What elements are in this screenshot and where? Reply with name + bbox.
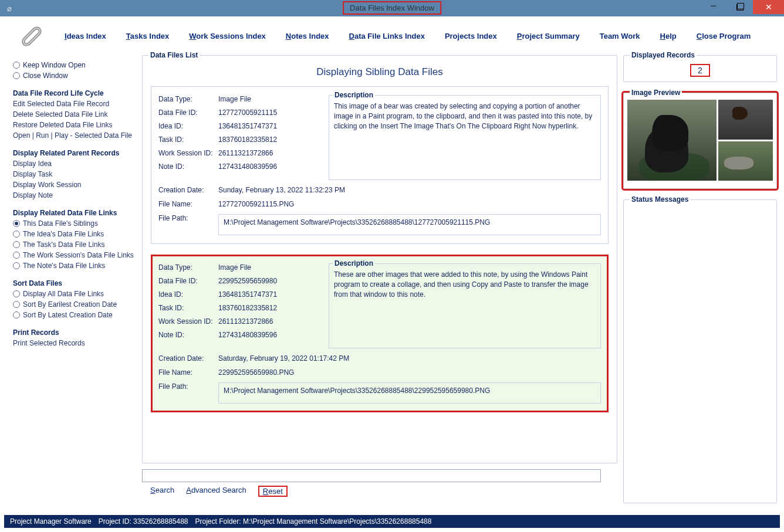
description-legend: Description xyxy=(333,259,375,267)
radio-label: The Idea's Data File Links xyxy=(23,230,104,238)
value-file-path: M:\Project Management Software\Projects\… xyxy=(218,382,601,404)
value-file-path: M:\Project Management Software\Projects\… xyxy=(218,214,601,235)
search-area: Search Advanced Search Reset xyxy=(142,469,617,497)
label-creation-date: Creation Date: xyxy=(158,186,218,194)
value-data-type: Image File xyxy=(218,263,251,272)
radio-label: The Work Session's Data File Links xyxy=(23,251,134,259)
link-display-note[interactable]: Display Note xyxy=(13,191,136,199)
radio-display-all[interactable]: Display All Data File Links xyxy=(13,290,136,298)
value-ws-id: 26111321372866 xyxy=(218,317,273,326)
reset-link[interactable]: Reset xyxy=(258,486,288,497)
radio-icon xyxy=(13,252,20,259)
menu-help[interactable]: Help xyxy=(660,32,677,40)
radio-icon xyxy=(13,220,20,227)
titlebar: ⌀ Data Files Index Window xyxy=(0,0,784,16)
menu-team-work[interactable]: Team Work xyxy=(600,32,640,40)
label-data-type: Data Type: xyxy=(158,95,218,103)
radio-worksession-links[interactable]: The Work Session's Data File Links xyxy=(13,251,136,259)
section-lifecycle-head: Data File Record Life Cycle xyxy=(13,89,136,97)
menu-data-file-links-index[interactable]: Data File Links Index xyxy=(349,32,425,40)
close-button[interactable] xyxy=(753,0,784,14)
radio-task-links[interactable]: The Task's Data File Links xyxy=(13,240,136,249)
menu-projects-index[interactable]: Projects Index xyxy=(445,32,497,40)
preview-image-thumb xyxy=(718,100,773,140)
preview-image-thumb xyxy=(718,141,773,181)
value-task-id: 183760182335812 xyxy=(218,304,277,312)
radio-label: Keep Window Open xyxy=(23,61,86,69)
radio-note-links[interactable]: The Note's Data File Links xyxy=(13,262,136,270)
radio-sort-earliest[interactable]: Sort By Earilest Creation Date xyxy=(13,300,136,309)
link-restore-deleted[interactable]: Restore Deleted Data File Links xyxy=(13,121,136,129)
menu-tasks-index[interactable]: Tasks Index xyxy=(126,32,169,40)
link-display-idea[interactable]: Display Idea xyxy=(13,160,136,168)
label-data-file-id: Data File ID: xyxy=(158,109,218,117)
radio-icon xyxy=(13,311,20,318)
search-input[interactable] xyxy=(142,469,601,482)
radio-icon xyxy=(13,241,20,248)
radio-keep-window-open[interactable]: Keep Window Open xyxy=(13,61,136,69)
status-messages-group: Status Messages xyxy=(623,199,777,503)
label-ws-id: Work Session ID: xyxy=(158,149,218,157)
displayed-records-group: Displayed Records 2 xyxy=(623,55,777,82)
data-files-list-group: Data Files List Displaying Sibling Data … xyxy=(142,55,617,463)
radio-icon xyxy=(13,290,20,297)
menu-work-sessions-index[interactable]: Work Sessions Index xyxy=(189,32,266,40)
minimize-button[interactable] xyxy=(700,0,726,14)
footer-app: Project Manager Software xyxy=(10,517,92,526)
maximize-button[interactable] xyxy=(726,0,753,14)
label-task-id: Task ID: xyxy=(158,135,218,144)
radio-idea-links[interactable]: The Idea's Data File Links xyxy=(13,230,136,238)
left-panel: Keep Window Open Close Window Data File … xyxy=(7,55,136,509)
group-legend: Displayed Records xyxy=(630,51,697,59)
radio-label: Sort By Earilest Creation Date xyxy=(23,300,117,309)
menu-ideas-index[interactable]: Ideas Index xyxy=(65,32,106,40)
window-title: Data Files Index Window xyxy=(343,1,441,15)
label-idea-id: Idea ID: xyxy=(158,122,218,130)
radio-icon xyxy=(13,62,20,69)
description-box: Description This image of a bear was cre… xyxy=(329,95,601,180)
value-note-id: 127431480839596 xyxy=(218,162,277,171)
radio-label: Close Window xyxy=(23,72,68,80)
radio-close-window[interactable]: Close Window xyxy=(13,72,136,80)
status-bar: Project Manager Software Project ID: 335… xyxy=(4,515,780,528)
radio-icon xyxy=(13,262,20,269)
value-creation-date: Saturday, February 19, 2022 01:17:42 PM xyxy=(218,354,349,362)
label-file-name: File Name: xyxy=(158,200,218,208)
record-card-selected[interactable]: Data Type:Image File Data File ID:229952… xyxy=(151,255,609,412)
menu-close-program[interactable]: Close Program xyxy=(697,32,751,40)
link-print-selected[interactable]: Print Selected Records xyxy=(13,339,136,347)
link-display-task[interactable]: Display Task xyxy=(13,170,136,178)
right-panel: Displayed Records 2 Image Preview Status… xyxy=(623,55,777,509)
advanced-search-link[interactable]: Advanced Search xyxy=(186,486,246,497)
link-open-run-play[interactable]: Open | Run | Play - Selected Data File xyxy=(13,131,136,140)
group-legend: Status Messages xyxy=(630,195,690,204)
footer-project-id: Project ID: 33526268885488 xyxy=(99,517,188,526)
label-creation-date: Creation Date: xyxy=(158,354,218,362)
link-display-work-session[interactable]: Display Work Session xyxy=(13,181,136,189)
value-task-id: 183760182335812 xyxy=(218,135,277,144)
window-controls xyxy=(700,0,784,14)
search-link[interactable]: Search xyxy=(150,486,174,497)
section-links-head: Display Related Data File Links xyxy=(13,209,136,217)
menu-project-summary[interactable]: Project Summary xyxy=(517,32,580,40)
link-delete-selected[interactable]: Delete Selected Data File Link xyxy=(13,110,136,118)
radio-label: The Task's Data File Links xyxy=(23,240,104,249)
value-note-id: 127431480839596 xyxy=(218,331,277,339)
value-ws-id: 26111321372866 xyxy=(218,149,273,157)
group-legend: Data Files List xyxy=(148,51,200,59)
label-file-name: File Name: xyxy=(158,368,218,377)
value-creation-date: Sunday, February 13, 2022 11:32:23 PM xyxy=(218,186,345,194)
radio-sort-latest[interactable]: Sort By Latest Creation Date xyxy=(13,311,136,319)
footer-project-folder: Project Folder: M:\Project Management So… xyxy=(195,517,432,526)
record-card[interactable]: Data Type:Image File Data File ID:127727… xyxy=(151,86,609,244)
image-preview-content xyxy=(627,100,773,181)
value-data-file-id: 127727005921115 xyxy=(218,109,277,117)
radio-icon xyxy=(13,72,20,79)
label-note-id: Note ID: xyxy=(158,331,218,339)
radio-label: Display All Data File Links xyxy=(23,290,104,298)
logo-icon xyxy=(18,22,45,49)
radio-siblings[interactable]: This Data File's Siblings xyxy=(13,219,136,228)
link-edit-selected[interactable]: Edit Selected Data File Record xyxy=(13,100,136,108)
menu-notes-index[interactable]: Notes Index xyxy=(286,32,329,40)
label-data-type: Data Type: xyxy=(158,263,218,272)
